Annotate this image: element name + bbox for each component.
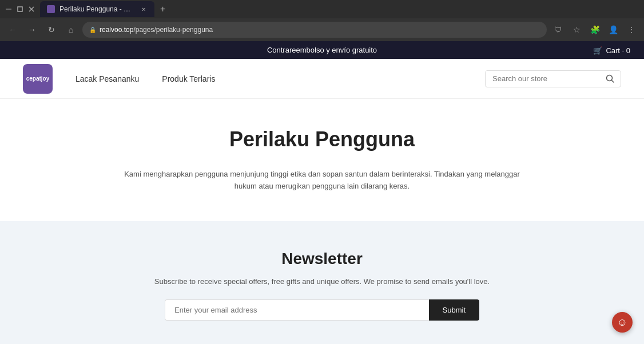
chat-icon: ☺ [617, 317, 627, 329]
address-bar[interactable]: 🔒 realvoo.top/pages/perilaku-pengguna [82, 22, 547, 38]
star-icon-btn[interactable]: ☆ [569, 22, 585, 38]
website-content: Contrareembolso y envío gratuito 🛒 Cart … [0, 41, 644, 344]
search-button[interactable] [600, 71, 621, 87]
cart-link[interactable]: 🛒 Cart · 0 [593, 46, 630, 54]
shield-icon-btn[interactable]: 🛡 [550, 22, 566, 38]
main-nav: Lacak Pesananku Produk Terlaris [75, 74, 485, 83]
svg-rect-0 [6, 9, 11, 10]
browser-toolbar: ← → ↻ ⌂ 🔒 realvoo.top/pages/perilaku-pen… [0, 18, 644, 41]
floating-chat-button[interactable]: ☺ [612, 312, 633, 333]
toolbar-icons: 🛡 ☆ 🧩 👤 ⋮ [550, 22, 639, 38]
site-logo[interactable]: cepatjoy [23, 64, 53, 94]
cart-icon: 🛒 [593, 46, 602, 54]
page-description: Kami mengharapkan pengguna menjunjung ti… [122, 169, 522, 193]
menu-icon-btn[interactable]: ⋮ [623, 22, 639, 38]
email-input[interactable] [165, 299, 429, 321]
submit-button[interactable]: Submit [429, 299, 479, 321]
page-title: Perilaku Pengguna [23, 127, 621, 151]
newsletter-subtitle: Subscribe to receive special offers, fre… [23, 277, 621, 286]
home-button[interactable]: ⌂ [63, 22, 79, 38]
search-input[interactable] [486, 71, 600, 86]
search-icon [606, 74, 615, 83]
tab-close-button[interactable]: ✕ [140, 5, 148, 13]
refresh-button[interactable]: ↻ [43, 22, 59, 38]
announcement-bar: Contrareembolso y envío gratuito 🛒 Cart … [0, 41, 644, 59]
browser-chrome: Perilaku Pengguna - Cepatloy ✕ + ← → ↻ ⌂… [0, 0, 644, 41]
close-button[interactable] [27, 5, 35, 13]
newsletter-form: Submit [165, 299, 479, 321]
extensions-icon-btn[interactable]: 🧩 [587, 22, 603, 38]
cart-label: Cart · 0 [606, 46, 630, 54]
newsletter-section: Newsletter Subscribe to receive special … [0, 221, 644, 344]
tab-favicon [47, 5, 55, 13]
svg-line-5 [612, 80, 614, 82]
address-text: realvoo.top/pages/perilaku-pengguna [100, 26, 540, 34]
browser-titlebar: Perilaku Pengguna - Cepatloy ✕ + [0, 0, 644, 18]
forward-button[interactable]: → [24, 22, 40, 38]
window-controls [5, 5, 35, 13]
search-bar [485, 70, 621, 87]
account-icon-btn[interactable]: 👤 [605, 22, 621, 38]
active-tab[interactable]: Perilaku Pengguna - Cepatloy ✕ [40, 1, 154, 17]
minimize-button[interactable] [5, 5, 13, 13]
newsletter-title: Newsletter [23, 250, 621, 268]
nav-produk-terlaris[interactable]: Produk Terlaris [162, 74, 215, 83]
tab-title-text: Perilaku Pengguna - Cepatloy [59, 5, 135, 13]
announcement-text: Contrareembolso y envío gratuito [267, 46, 377, 54]
nav-lacak-pesananku[interactable]: Lacak Pesananku [75, 74, 139, 83]
back-button[interactable]: ← [5, 22, 21, 38]
restore-button[interactable] [16, 5, 24, 13]
main-content: Perilaku Pengguna Kami mengharapkan peng… [0, 99, 644, 221]
svg-rect-1 [18, 7, 22, 11]
logo-text: cepatjoy [26, 75, 50, 82]
secure-icon: 🔒 [89, 27, 96, 33]
new-tab-button[interactable]: + [157, 4, 169, 14]
site-header: cepatjoy Lacak Pesananku Produk Terlaris [0, 59, 644, 99]
